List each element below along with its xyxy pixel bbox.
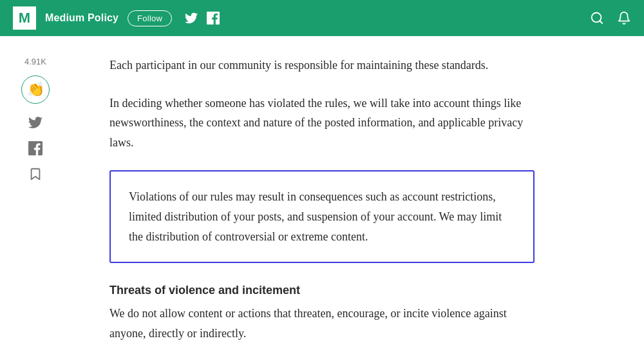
page-layout: 4.91K 👏 Each participant in our communit… — [0, 0, 644, 343]
paragraph-2: In deciding whether someone has violated… — [109, 93, 535, 153]
clap-icon: 👏 — [27, 81, 44, 98]
medium-logo[interactable]: M — [13, 6, 36, 30]
follow-button[interactable]: Follow — [128, 10, 172, 26]
svg-line-1 — [600, 21, 602, 23]
section-text: We do not allow content or actions that … — [109, 304, 535, 343]
clap-count: 4.91K — [24, 55, 46, 69]
highlighted-text: Violations of our rules may result in co… — [129, 190, 502, 242]
sidebar: 4.91K 👏 — [0, 36, 71, 343]
twitter-header-icon[interactable] — [185, 12, 198, 24]
clap-button[interactable]: 👏 — [21, 75, 50, 104]
facebook-sidebar-icon[interactable] — [28, 141, 43, 155]
header-right — [590, 11, 631, 25]
header-left: M Medium Policy Follow — [13, 6, 220, 30]
paragraph-1: Each participant in our community is res… — [109, 55, 535, 75]
notifications-icon[interactable] — [617, 11, 631, 25]
site-header: M Medium Policy Follow — [0, 0, 644, 36]
facebook-header-icon[interactable] — [207, 12, 220, 24]
section-heading: Threats of violence and incitement — [109, 281, 535, 300]
twitter-sidebar-icon[interactable] — [28, 115, 43, 130]
publication-name: Medium Policy — [45, 10, 118, 26]
header-social-icons — [185, 12, 220, 24]
highlighted-violations-box: Violations of our rules may result in co… — [109, 170, 535, 263]
search-icon[interactable] — [590, 11, 604, 25]
main-content: Each participant in our community is res… — [71, 36, 573, 343]
bookmark-icon[interactable] — [28, 167, 43, 181]
